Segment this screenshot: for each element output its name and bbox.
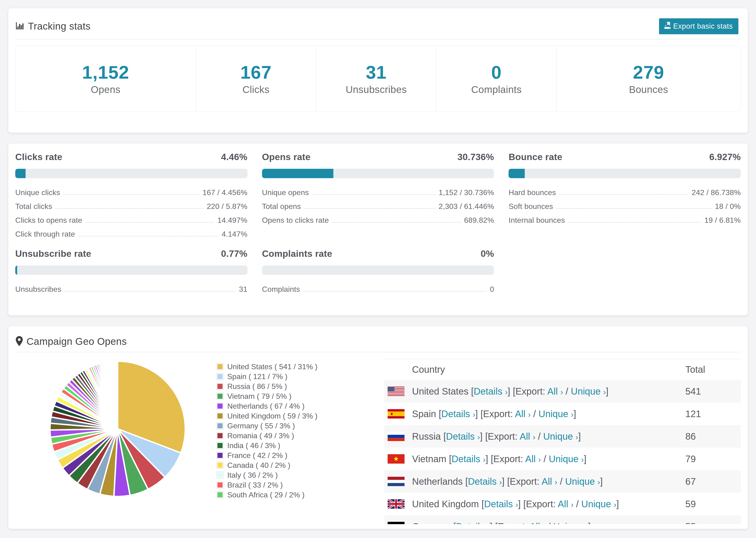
legend-label: South Africa ( 29 / 2% ): [227, 491, 304, 499]
export-all-link[interactable]: All ›: [519, 431, 535, 442]
details-link[interactable]: Details ›: [452, 454, 486, 464]
chevron-right-icon: ›: [581, 455, 584, 464]
export-unique-link[interactable]: Unique ›: [543, 431, 578, 442]
legend-swatch: [216, 452, 224, 459]
rate-detail-label: Hard bounces: [509, 188, 556, 197]
legend-label: India ( 46 / 3% ): [227, 441, 280, 450]
geo-opens-card: Campaign Geo Opens United States ( 541 /…: [8, 326, 748, 529]
country-cell: United States [Details ›] [Export: All ›…: [412, 380, 685, 403]
stat-label: Bounces: [629, 83, 668, 96]
rate-detail-row: Complaints0: [262, 282, 494, 296]
country-cell: Germany [Details ›] [Export: All › / Uni…: [412, 515, 685, 524]
details-link[interactable]: Details ›: [441, 409, 475, 419]
legend-label: Russia ( 86 / 5% ): [227, 382, 287, 391]
geo-opens-title: Campaign Geo Opens: [27, 336, 127, 347]
dotted-leader: [568, 222, 701, 223]
rate-progress-fill: [262, 169, 333, 178]
country-flag: [384, 448, 412, 470]
rate-progress-track: [509, 169, 741, 178]
chevron-right-icon: ›: [533, 432, 535, 441]
geo-table-header-total: Total: [685, 359, 741, 380]
export-unique-link[interactable]: Unique ›: [581, 499, 616, 509]
rate-detail-label: Soft bounces: [509, 202, 553, 211]
legend-label: France ( 42 / 2% ): [227, 451, 287, 460]
export-all-link[interactable]: All ›: [525, 454, 541, 464]
bracket: ]: [578, 431, 581, 442]
legend-swatch: [216, 491, 224, 498]
export-basic-stats-button[interactable]: Export basic stats: [659, 18, 738, 34]
details-link[interactable]: Details ›: [484, 499, 518, 509]
country-cell: Spain [Details ›] [Export: All › / Uniqu…: [412, 403, 685, 425]
country-flag: [384, 425, 412, 448]
legend-item: Spain ( 121 / 7% ): [216, 372, 317, 381]
rate-detail-value: 689.82%: [464, 216, 494, 225]
stats-summary-box: 1,152Opens167Clicks31Unsubscribes0Compla…: [15, 46, 741, 112]
geo-table-header-flag-spacer: [384, 359, 412, 380]
slash: /: [573, 499, 581, 509]
dotted-leader: [63, 194, 199, 195]
export-all-link[interactable]: All ›: [529, 521, 545, 524]
rate-detail-row: Clicks to opens rate14.497%: [15, 213, 247, 227]
legend-item: Germany ( 55 / 3% ): [216, 421, 317, 431]
details-link[interactable]: Details ›: [456, 521, 490, 524]
rates-card: Clicks rate4.46%Unique clicks167 / 4.456…: [8, 143, 748, 315]
stat-value: 279: [633, 62, 664, 83]
country-total: 86: [685, 425, 741, 448]
geo-table-row-gb: United Kingdom [Details ›] [Export: All …: [384, 493, 741, 515]
tracking-stats-title-group: Tracking stats: [15, 21, 91, 32]
geo-table-container[interactable]: Country Total United States [Details ›] …: [384, 359, 741, 524]
flag-de-icon: [388, 522, 405, 524]
export-unique-link[interactable]: Unique ›: [539, 409, 573, 419]
rate-detail-value: 242 / 86.738%: [692, 188, 741, 197]
legend-label: Spain ( 121 / 7% ): [227, 372, 287, 381]
export-all-link[interactable]: All ›: [542, 476, 557, 487]
chevron-right-icon: ›: [571, 410, 573, 419]
rate-detail-row: Unique clicks167 / 4.456%: [15, 186, 247, 199]
geo-pie-chart: [48, 360, 187, 498]
export-unique-link[interactable]: Unique ›: [553, 521, 588, 524]
export-icon: [665, 22, 671, 31]
bar-chart-icon: [15, 22, 25, 30]
bracket: [: [453, 521, 456, 524]
slash: /: [541, 454, 549, 464]
geo-table: Country Total United States [Details ›] …: [384, 359, 741, 524]
rate-detail-row: Unsubscribes31: [15, 282, 247, 296]
details-link[interactable]: Details ›: [468, 476, 502, 487]
legend-item: Canada ( 40 / 2% ): [216, 460, 317, 470]
chevron-right-icon: ›: [483, 455, 486, 464]
rate-detail-label: Internal bounces: [509, 216, 565, 225]
rate-detail-label: Total clicks: [15, 202, 52, 211]
legend-item: Vietnam ( 79 / 5% ): [216, 391, 317, 401]
country-cell: Russia [Details ›] [Export: All › / Uniq…: [412, 425, 685, 448]
legend-label: Brazil ( 33 / 2% ): [227, 481, 283, 489]
country-name: Russia: [412, 431, 443, 442]
rate-detail-value: 14.497%: [217, 216, 247, 225]
geo-table-row-de: Germany [Details ›] [Export: All › / Uni…: [384, 515, 741, 524]
details-link[interactable]: Details ›: [473, 386, 508, 397]
export-unique-link[interactable]: Unique ›: [549, 454, 584, 464]
legend-swatch: [216, 442, 224, 449]
slash: /: [531, 409, 538, 419]
export-all-link[interactable]: All ›: [558, 499, 573, 509]
stat-complaints: 0Complaints: [436, 46, 557, 112]
chevron-right-icon: ›: [561, 387, 563, 396]
export-all-link[interactable]: All ›: [547, 386, 563, 397]
geo-table-row-us: United States [Details ›] [Export: All ›…: [384, 380, 741, 403]
slash: /: [535, 431, 543, 442]
export-all-link[interactable]: All ›: [515, 409, 531, 419]
rate-detail-row: Soft bounces18 / 0%: [509, 199, 741, 213]
export-unique-link[interactable]: Unique ›: [571, 386, 606, 397]
rate-title: Complaints rate: [262, 248, 332, 259]
flag-gb-icon: [388, 499, 405, 509]
country-total: 55: [685, 515, 741, 524]
rate-block-clicks: Clicks rate4.46%Unique clicks167 / 4.456…: [15, 151, 247, 241]
export-unique-link[interactable]: Unique ›: [565, 476, 600, 487]
details-link[interactable]: Details ›: [446, 431, 480, 442]
rate-progress-fill: [15, 169, 26, 178]
export-label: [Export:: [481, 409, 515, 419]
bracket: ]: [490, 521, 495, 524]
stat-value: 31: [366, 62, 387, 83]
rates-grid-row1: Clicks rate4.46%Unique clicks167 / 4.456…: [15, 151, 741, 241]
geo-table-header-row: Country Total: [384, 359, 741, 380]
flag-es-icon: [388, 409, 405, 418]
